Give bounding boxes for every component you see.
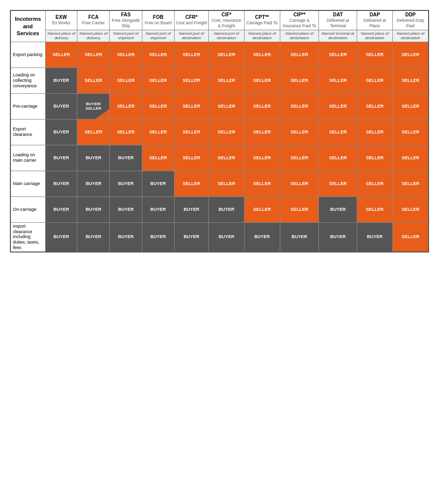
cell-r6-c5: BUYER	[209, 196, 245, 222]
cell-r5-c10: SELLER	[392, 171, 429, 196]
cell-r2-c9: SELLER	[357, 93, 392, 119]
cell-r0-c0: SELLER	[45, 42, 77, 67]
cell-r0-c2: SELLER	[110, 42, 142, 67]
cell-r7-c9: BUYER	[357, 222, 392, 252]
cell-r0-c7: SELLER	[280, 42, 319, 67]
cell-r4-c8: SELLER	[319, 145, 357, 171]
named-destination-2: Named port of shipment	[110, 30, 142, 42]
cell-r1-c5: SELLER	[209, 67, 245, 93]
cell-r1-c7: SELLER	[280, 67, 319, 93]
cell-r4-c3: SELLER	[142, 145, 175, 171]
cell-r0-c4: SELLER	[174, 42, 208, 67]
cell-r4-c7: SELLER	[280, 145, 319, 171]
row-label-7: Import clearance including duties, taxes…	[10, 222, 45, 252]
cell-r2-c10: SELLER	[392, 93, 429, 119]
named-destination-3: Named port of shipment	[142, 30, 175, 42]
cell-r3-c4: SELLER	[174, 119, 208, 145]
named-destination-4: Named port of destination	[174, 30, 208, 42]
cell-r4-c2: BUYER	[110, 145, 142, 171]
cell-r6-c10: SELLER	[392, 196, 429, 222]
col-header-fob: FOBFree on Board	[142, 10, 175, 30]
row-label-6: On-carriage	[10, 196, 45, 222]
cell-r6-c2: BUYER	[110, 196, 142, 222]
named-destination-5: Named port of destination	[209, 30, 245, 42]
table-row: On-carriageBUYERBUYERBUYERBUYERBUYERBUYE…	[10, 196, 429, 222]
row-label-2: Pre-carriage	[10, 93, 45, 119]
cell-r0-c8: SELLER	[319, 42, 357, 67]
cell-r7-c0: BUYER	[45, 222, 77, 252]
cell-r3-c8: SELLER	[319, 119, 357, 145]
named-destination-8: Named terminal at destination	[319, 30, 357, 42]
cell-r0-c9: SELLER	[357, 42, 392, 67]
cell-r2-c5: SELLER	[209, 93, 245, 119]
cell-r5-c6: SELLER	[244, 171, 280, 196]
col-header-cif: CIF*Cost, Insurance & Freight	[209, 10, 245, 30]
cell-r0-c1: SELLER	[77, 42, 110, 67]
cell-r3-c3: SELLER	[142, 119, 175, 145]
table-row: Pre-carriageBUYERBUYER/SELLERSELLERSELLE…	[10, 93, 429, 119]
cell-r3-c1: SELLER	[77, 119, 110, 145]
cell-r5-c0: BUYER	[45, 171, 77, 196]
cell-r2-c6: SELLER	[244, 93, 280, 119]
col-header-fca: FCAFree Carrier	[77, 10, 110, 30]
cell-r2-c4: SELLER	[174, 93, 208, 119]
cell-r2-c0: BUYER	[45, 93, 77, 119]
incoterms-services-header: IncotermsandServices	[10, 10, 45, 42]
col-header-ddp: DDPDelivered Duty Paid	[392, 10, 429, 30]
cell-r1-c3: SELLER	[142, 67, 175, 93]
table-row: Loading on main carrierBUYERBUYERBUYERSE…	[10, 145, 429, 171]
cell-r7-c1: BUYER	[77, 222, 110, 252]
cell-r7-c5: BUYER	[209, 222, 245, 252]
cell-r1-c2: SELLER	[110, 67, 142, 93]
cell-r1-c0: BUYER	[45, 67, 77, 93]
cell-r6-c8: BUYER	[319, 196, 357, 222]
table-row: Export packingSELLERSELLERSELLERSELLERSE…	[10, 42, 429, 67]
cell-r2-c3: SELLER	[142, 93, 175, 119]
cell-r4-c9: SELLER	[357, 145, 392, 171]
cell-r6-c4: BUYER	[174, 196, 208, 222]
cell-r5-c3: BUYER	[142, 171, 175, 196]
cell-r5-c9: SELLER	[357, 171, 392, 196]
col-header-dap: DAPDelivered at Place	[357, 10, 392, 30]
named-destination-7: Named place of destination	[280, 30, 319, 42]
cell-r3-c6: SELLER	[244, 119, 280, 145]
cell-r1-c4: SELLER	[174, 67, 208, 93]
named-destination-6: Named place of destination	[244, 30, 280, 42]
cell-r3-c7: SELLER	[280, 119, 319, 145]
cell-r3-c10: SELLER	[392, 119, 429, 145]
cell-r7-c2: BUYER	[110, 222, 142, 252]
cell-r1-c6: SELLER	[244, 67, 280, 93]
col-header-cfr: CFR*Cost and Freight	[174, 10, 208, 30]
col-header-fas: FASFree Alongside Ship	[110, 10, 142, 30]
table-row: Loading on collecting conveyanceBUYERSEL…	[10, 67, 429, 93]
cell-r1-c9: SELLER	[357, 67, 392, 93]
cell-r2-c7: SELLER	[280, 93, 319, 119]
row-label-1: Loading on collecting conveyance	[10, 67, 45, 93]
col-header-dat: DATDelivered at Terminal	[319, 10, 357, 30]
table-row: Export clearanceBUYERSELLERSELLERSELLERS…	[10, 119, 429, 145]
cell-r3-c2: SELLER	[110, 119, 142, 145]
cell-r6-c7: SELLER	[280, 196, 319, 222]
cell-r1-c1: SELLER	[77, 67, 110, 93]
named-destination-1: Named place of delivery	[77, 30, 110, 42]
cell-r1-c10: SELLER	[392, 67, 429, 93]
col-header-cip: CIP**Carriage & Insurance Paid To	[280, 10, 319, 30]
row-label-3: Export clearance	[10, 119, 45, 145]
cell-r5-c2: BUYER	[110, 171, 142, 196]
col-header-exw: EXWEx Works	[45, 10, 77, 30]
cell-r3-c5: SELLER	[209, 119, 245, 145]
cell-r7-c6: BUYER	[244, 222, 280, 252]
row-label-4: Loading on main carrier	[10, 145, 45, 171]
cell-r4-c5: SELLER	[209, 145, 245, 171]
cell-r2-c2: SELLER	[110, 93, 142, 119]
col-header-cpt: CPT**Carriage Paid To	[244, 10, 280, 30]
cell-r4-c4: SELLER	[174, 145, 208, 171]
named-destination-0: Named place of delivery	[45, 30, 77, 42]
cell-r3-c9: SELLER	[357, 119, 392, 145]
table-row: Main carriageBUYERBUYERBUYERBUYERSELLERS…	[10, 171, 429, 196]
cell-r6-c1: BUYER	[77, 196, 110, 222]
cell-r7-c7: BUYER	[280, 222, 319, 252]
cell-r3-c0: BUYER	[45, 119, 77, 145]
cell-r4-c1: BUYER	[77, 145, 110, 171]
cell-r5-c8: SELLER	[319, 171, 357, 196]
